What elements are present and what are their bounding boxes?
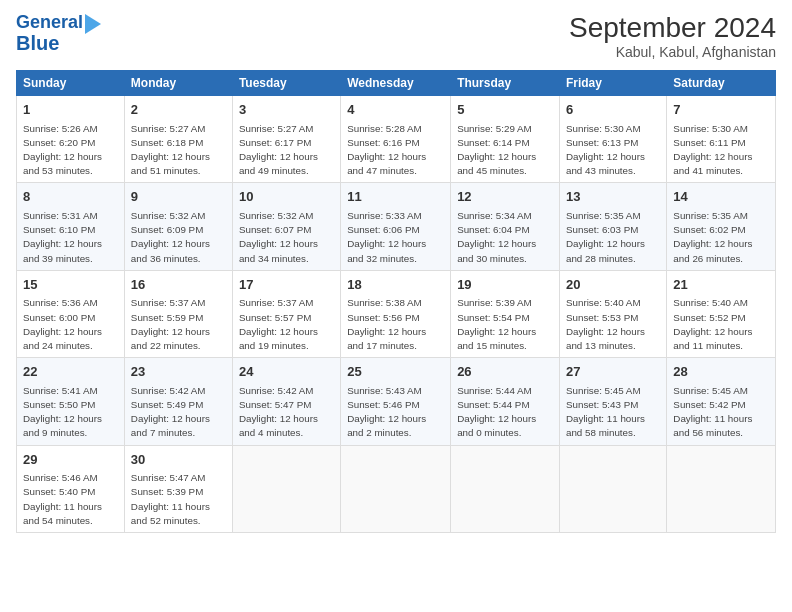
day-cell: 11Sunrise: 5:33 AMSunset: 6:06 PMDayligh…	[341, 183, 451, 270]
day-number: 12	[457, 188, 553, 206]
day-info: Sunrise: 5:30 AMSunset: 6:13 PMDaylight:…	[566, 123, 645, 177]
week-row-1: 1Sunrise: 5:26 AMSunset: 6:20 PMDaylight…	[17, 96, 776, 183]
day-cell: 2Sunrise: 5:27 AMSunset: 6:18 PMDaylight…	[124, 96, 232, 183]
day-cell	[559, 445, 666, 532]
day-info: Sunrise: 5:37 AMSunset: 5:57 PMDaylight:…	[239, 297, 318, 351]
day-info: Sunrise: 5:33 AMSunset: 6:06 PMDaylight:…	[347, 210, 426, 264]
weekday-saturday: Saturday	[667, 71, 776, 96]
calendar-subtitle: Kabul, Kabul, Afghanistan	[569, 44, 776, 60]
day-cell: 9Sunrise: 5:32 AMSunset: 6:09 PMDaylight…	[124, 183, 232, 270]
day-cell: 5Sunrise: 5:29 AMSunset: 6:14 PMDaylight…	[451, 96, 560, 183]
day-info: Sunrise: 5:40 AMSunset: 5:52 PMDaylight:…	[673, 297, 752, 351]
day-number: 11	[347, 188, 444, 206]
day-info: Sunrise: 5:37 AMSunset: 5:59 PMDaylight:…	[131, 297, 210, 351]
day-info: Sunrise: 5:46 AMSunset: 5:40 PMDaylight:…	[23, 472, 102, 526]
page: General Blue September 2024 Kabul, Kabul…	[0, 0, 792, 541]
week-row-5: 29Sunrise: 5:46 AMSunset: 5:40 PMDayligh…	[17, 445, 776, 532]
day-number: 30	[131, 451, 226, 469]
day-cell: 15Sunrise: 5:36 AMSunset: 6:00 PMDayligh…	[17, 270, 125, 357]
day-cell: 22Sunrise: 5:41 AMSunset: 5:50 PMDayligh…	[17, 358, 125, 445]
logo-text: General Blue	[16, 12, 101, 54]
day-number: 9	[131, 188, 226, 206]
day-info: Sunrise: 5:32 AMSunset: 6:07 PMDaylight:…	[239, 210, 318, 264]
day-info: Sunrise: 5:38 AMSunset: 5:56 PMDaylight:…	[347, 297, 426, 351]
day-cell	[341, 445, 451, 532]
day-info: Sunrise: 5:28 AMSunset: 6:16 PMDaylight:…	[347, 123, 426, 177]
weekday-friday: Friday	[559, 71, 666, 96]
weekday-wednesday: Wednesday	[341, 71, 451, 96]
day-cell: 24Sunrise: 5:42 AMSunset: 5:47 PMDayligh…	[232, 358, 340, 445]
day-cell: 8Sunrise: 5:31 AMSunset: 6:10 PMDaylight…	[17, 183, 125, 270]
day-number: 18	[347, 276, 444, 294]
day-cell: 3Sunrise: 5:27 AMSunset: 6:17 PMDaylight…	[232, 96, 340, 183]
day-cell: 29Sunrise: 5:46 AMSunset: 5:40 PMDayligh…	[17, 445, 125, 532]
weekday-thursday: Thursday	[451, 71, 560, 96]
day-cell: 10Sunrise: 5:32 AMSunset: 6:07 PMDayligh…	[232, 183, 340, 270]
weekday-monday: Monday	[124, 71, 232, 96]
day-cell: 17Sunrise: 5:37 AMSunset: 5:57 PMDayligh…	[232, 270, 340, 357]
logo: General Blue	[16, 12, 101, 54]
day-info: Sunrise: 5:27 AMSunset: 6:18 PMDaylight:…	[131, 123, 210, 177]
day-info: Sunrise: 5:32 AMSunset: 6:09 PMDaylight:…	[131, 210, 210, 264]
calendar-table: SundayMondayTuesdayWednesdayThursdayFrid…	[16, 70, 776, 533]
day-number: 23	[131, 363, 226, 381]
week-row-3: 15Sunrise: 5:36 AMSunset: 6:00 PMDayligh…	[17, 270, 776, 357]
day-number: 26	[457, 363, 553, 381]
day-info: Sunrise: 5:36 AMSunset: 6:00 PMDaylight:…	[23, 297, 102, 351]
header: General Blue September 2024 Kabul, Kabul…	[16, 12, 776, 60]
day-info: Sunrise: 5:31 AMSunset: 6:10 PMDaylight:…	[23, 210, 102, 264]
day-cell	[667, 445, 776, 532]
day-cell: 18Sunrise: 5:38 AMSunset: 5:56 PMDayligh…	[341, 270, 451, 357]
week-row-2: 8Sunrise: 5:31 AMSunset: 6:10 PMDaylight…	[17, 183, 776, 270]
day-number: 17	[239, 276, 334, 294]
day-info: Sunrise: 5:45 AMSunset: 5:43 PMDaylight:…	[566, 385, 645, 439]
day-cell: 14Sunrise: 5:35 AMSunset: 6:02 PMDayligh…	[667, 183, 776, 270]
day-info: Sunrise: 5:43 AMSunset: 5:46 PMDaylight:…	[347, 385, 426, 439]
day-number: 24	[239, 363, 334, 381]
day-number: 13	[566, 188, 660, 206]
day-cell: 4Sunrise: 5:28 AMSunset: 6:16 PMDaylight…	[341, 96, 451, 183]
day-info: Sunrise: 5:26 AMSunset: 6:20 PMDaylight:…	[23, 123, 102, 177]
day-cell: 6Sunrise: 5:30 AMSunset: 6:13 PMDaylight…	[559, 96, 666, 183]
day-info: Sunrise: 5:35 AMSunset: 6:02 PMDaylight:…	[673, 210, 752, 264]
day-cell	[451, 445, 560, 532]
day-cell: 13Sunrise: 5:35 AMSunset: 6:03 PMDayligh…	[559, 183, 666, 270]
day-info: Sunrise: 5:35 AMSunset: 6:03 PMDaylight:…	[566, 210, 645, 264]
day-cell: 19Sunrise: 5:39 AMSunset: 5:54 PMDayligh…	[451, 270, 560, 357]
day-info: Sunrise: 5:47 AMSunset: 5:39 PMDaylight:…	[131, 472, 210, 526]
weekday-header-row: SundayMondayTuesdayWednesdayThursdayFrid…	[17, 71, 776, 96]
day-number: 2	[131, 101, 226, 119]
day-number: 7	[673, 101, 769, 119]
day-info: Sunrise: 5:39 AMSunset: 5:54 PMDaylight:…	[457, 297, 536, 351]
calendar-title: September 2024	[569, 12, 776, 44]
day-cell: 27Sunrise: 5:45 AMSunset: 5:43 PMDayligh…	[559, 358, 666, 445]
day-number: 4	[347, 101, 444, 119]
day-number: 20	[566, 276, 660, 294]
day-number: 28	[673, 363, 769, 381]
day-info: Sunrise: 5:27 AMSunset: 6:17 PMDaylight:…	[239, 123, 318, 177]
day-number: 25	[347, 363, 444, 381]
day-number: 8	[23, 188, 118, 206]
day-cell: 12Sunrise: 5:34 AMSunset: 6:04 PMDayligh…	[451, 183, 560, 270]
day-number: 10	[239, 188, 334, 206]
day-info: Sunrise: 5:40 AMSunset: 5:53 PMDaylight:…	[566, 297, 645, 351]
logo-arrow-icon	[85, 14, 101, 34]
day-cell: 25Sunrise: 5:43 AMSunset: 5:46 PMDayligh…	[341, 358, 451, 445]
day-cell: 23Sunrise: 5:42 AMSunset: 5:49 PMDayligh…	[124, 358, 232, 445]
day-info: Sunrise: 5:34 AMSunset: 6:04 PMDaylight:…	[457, 210, 536, 264]
day-number: 21	[673, 276, 769, 294]
day-cell: 21Sunrise: 5:40 AMSunset: 5:52 PMDayligh…	[667, 270, 776, 357]
day-number: 6	[566, 101, 660, 119]
day-info: Sunrise: 5:29 AMSunset: 6:14 PMDaylight:…	[457, 123, 536, 177]
day-cell: 16Sunrise: 5:37 AMSunset: 5:59 PMDayligh…	[124, 270, 232, 357]
day-info: Sunrise: 5:44 AMSunset: 5:44 PMDaylight:…	[457, 385, 536, 439]
day-number: 22	[23, 363, 118, 381]
day-cell: 7Sunrise: 5:30 AMSunset: 6:11 PMDaylight…	[667, 96, 776, 183]
week-row-4: 22Sunrise: 5:41 AMSunset: 5:50 PMDayligh…	[17, 358, 776, 445]
day-cell: 1Sunrise: 5:26 AMSunset: 6:20 PMDaylight…	[17, 96, 125, 183]
day-info: Sunrise: 5:30 AMSunset: 6:11 PMDaylight:…	[673, 123, 752, 177]
day-info: Sunrise: 5:41 AMSunset: 5:50 PMDaylight:…	[23, 385, 102, 439]
day-number: 5	[457, 101, 553, 119]
day-cell: 20Sunrise: 5:40 AMSunset: 5:53 PMDayligh…	[559, 270, 666, 357]
day-number: 27	[566, 363, 660, 381]
